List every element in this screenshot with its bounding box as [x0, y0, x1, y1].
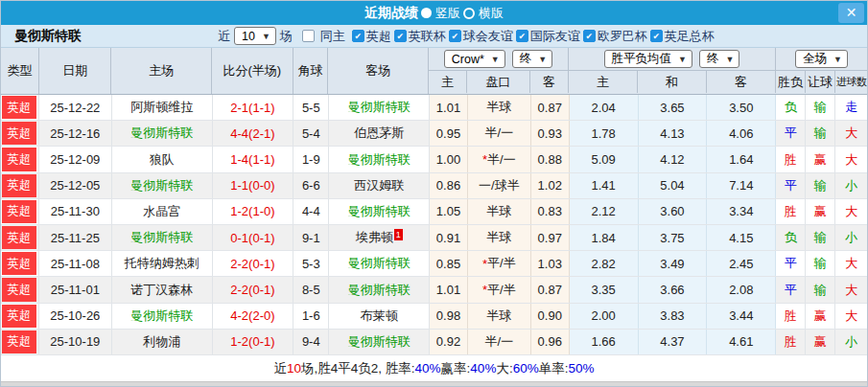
date-cell: 25-11-01	[39, 277, 112, 302]
sub-header-asia-home: 主	[429, 71, 467, 93]
europe-source-value: 胜平负均值	[612, 51, 672, 67]
league-filter[interactable]: ✔英超	[352, 28, 391, 45]
handicap-cell: 半/一	[468, 121, 531, 146]
goals-result-cell: 走	[835, 95, 867, 120]
date-cell: 25-10-26	[39, 304, 112, 329]
date-cell: 25-12-22	[39, 95, 112, 120]
away-team-name[interactable]: 西汉姆联	[354, 177, 404, 194]
away-team-name[interactable]: 埃弗顿	[356, 229, 393, 246]
league-filters: ✔英超✔英联杯✔球会友谊✔国际友谊✔欧罗巴杯✔英足总杯	[349, 28, 715, 45]
handicap-result-cell: 输	[806, 251, 835, 276]
col-header-date: 日期	[39, 48, 112, 94]
col-header-corner: 角球	[293, 48, 329, 94]
team-name: 曼彻斯特联	[14, 28, 82, 45]
europe-draw-odds-cell: 4.37	[639, 330, 708, 354]
home-team-cell: 利物浦	[112, 330, 213, 354]
corner-cell: 9-4	[293, 330, 329, 354]
home-team-name[interactable]: 曼彻斯特联	[130, 177, 193, 194]
away-team-name[interactable]: 曼彻斯特联	[348, 99, 411, 116]
away-team-name[interactable]: 曼彻斯特联	[348, 255, 411, 272]
handicap-star: *	[482, 152, 487, 167]
league-badge: 英超	[2, 96, 36, 119]
footer-segment: 大:	[496, 360, 512, 377]
asia-away-odds-cell: 0.97	[531, 225, 570, 250]
league-badge: 英超	[2, 252, 36, 275]
home-team-name[interactable]: 阿斯顿维拉	[130, 99, 193, 116]
league-badge: 英超	[2, 278, 36, 301]
result-cell: 胜	[776, 199, 806, 224]
europe-draw-odds-cell: 4.12	[639, 147, 708, 171]
home-team-cell: 狼队	[112, 147, 213, 171]
away-team-name[interactable]: 伯恩茅斯	[354, 125, 404, 142]
layout-vertical-radio[interactable]	[421, 8, 432, 18]
handicap-cell: 一/球半	[468, 173, 531, 198]
table-body: 英超25-12-22阿斯顿维拉2-1(1-1)5-5曼彻斯特联1.01半球0.8…	[1, 95, 867, 355]
league-checkbox[interactable]: ✔	[516, 30, 528, 42]
table-row: 英超25-10-26曼彻斯特联4-2(2-0)1-6布莱顿0.98半球0.902…	[1, 304, 867, 330]
handicap-star: *	[482, 257, 487, 271]
asia-home-odds-cell: 1.01	[430, 277, 468, 302]
away-team-name[interactable]: 曼彻斯特联	[348, 151, 411, 169]
home-team-name[interactable]: 诺丁汉森林	[130, 282, 193, 299]
asia-source-select[interactable]: Crow* ▼	[444, 50, 505, 68]
table-row: 英超25-12-16曼彻斯特联4-4(2-1)5-4伯恩茅斯0.95半/一0.9…	[1, 121, 867, 147]
filters: 近 10 ▼ 场 同主 ✔英超✔英联杯✔球会友谊✔国际友谊✔欧罗巴杯✔英足总杯	[218, 27, 715, 45]
layout-vertical-label[interactable]: 竖版	[435, 5, 460, 22]
home-team-name[interactable]: 狼队	[150, 151, 175, 169]
league-badge: 英超	[2, 148, 36, 171]
league-filter[interactable]: ✔球会友谊	[449, 28, 513, 45]
asia-home-odds-cell: 0.91	[430, 225, 468, 250]
table-row: 英超25-10-19利物浦1-2(0-1)9-4曼彻斯特联0.92半/一0.96…	[1, 330, 867, 355]
league-checkbox[interactable]: ✔	[650, 30, 663, 42]
result-cell: 胜	[776, 147, 806, 171]
layout-horizontal-radio[interactable]	[463, 8, 475, 19]
home-team-name[interactable]: 曼彻斯特联	[130, 307, 193, 325]
league-checkbox[interactable]: ✔	[394, 30, 407, 42]
scope-select[interactable]: 全场 ▼	[795, 50, 848, 68]
home-team-name[interactable]: 利物浦	[143, 333, 180, 351]
score-cell: 1-2(1-0)	[213, 199, 294, 224]
handicap-result-cell: 输	[806, 225, 835, 250]
match-type-cell: 英超	[1, 225, 39, 250]
home-team-name[interactable]: 曼彻斯特联	[130, 229, 193, 246]
asia-away-odds-cell: 0.83	[531, 199, 570, 224]
league-label: 英足总杯	[665, 28, 715, 45]
asia-period-select[interactable]: 终 ▼	[512, 50, 552, 68]
away-team-cell: 曼彻斯特联	[329, 330, 430, 354]
home-team-cell: 诺丁汉森林	[112, 277, 213, 302]
home-team-name[interactable]: 水晶宫	[143, 203, 180, 220]
score-cell: 2-1(1-1)	[213, 95, 294, 120]
home-team-name[interactable]: 曼彻斯特联	[130, 125, 193, 142]
away-team-name[interactable]: 曼彻斯特联	[348, 203, 411, 220]
league-filter[interactable]: ✔英联杯	[394, 28, 446, 45]
away-team-name[interactable]: 曼彻斯特联	[348, 333, 411, 351]
league-filter[interactable]: ✔英足总杯	[650, 28, 715, 45]
same-home-checkbox[interactable]	[302, 30, 315, 42]
bottom-strip	[1, 381, 867, 386]
footer-segment: 场,胜4平4负2, 胜率:	[301, 360, 415, 377]
europe-source-select[interactable]: 胜平负均值 ▼	[604, 50, 692, 68]
league-checkbox[interactable]: ✔	[583, 30, 596, 42]
goals-result-cell: 大	[835, 199, 867, 224]
result-group: 全场 ▼ 胜负 让球 进球数	[776, 48, 867, 94]
league-filter[interactable]: ✔国际友谊	[516, 28, 580, 45]
home-team-cell: 曼彻斯特联	[112, 121, 213, 146]
footer-segment: 40%	[470, 361, 496, 376]
title-bar: 近期战绩 竖版 横版 ✕	[1, 1, 867, 25]
home-team-name[interactable]: 托特纳姆热刺	[125, 255, 199, 272]
away-team-name[interactable]: 曼彻斯特联	[348, 282, 411, 299]
away-team-cell: 曼彻斯特联	[329, 251, 430, 276]
corner-cell: 1-6	[293, 304, 329, 329]
league-filter[interactable]: ✔欧罗巴杯	[583, 28, 647, 45]
handicap-result-cell: 输	[806, 121, 835, 146]
close-icon[interactable]: ✕	[838, 3, 864, 23]
layout-horizontal-label[interactable]: 横版	[479, 5, 504, 22]
away-team-name[interactable]: 布莱顿	[361, 307, 398, 325]
handicap-cell: 半/一	[468, 330, 531, 354]
europe-period-select[interactable]: 终 ▼	[699, 50, 739, 68]
sub-header-draw: 和	[638, 71, 707, 93]
europe-draw-odds-cell: 3.60	[639, 199, 708, 224]
recent-count-select[interactable]: 10 ▼	[234, 27, 276, 45]
league-checkbox[interactable]: ✔	[449, 30, 461, 42]
league-checkbox[interactable]: ✔	[352, 30, 364, 42]
